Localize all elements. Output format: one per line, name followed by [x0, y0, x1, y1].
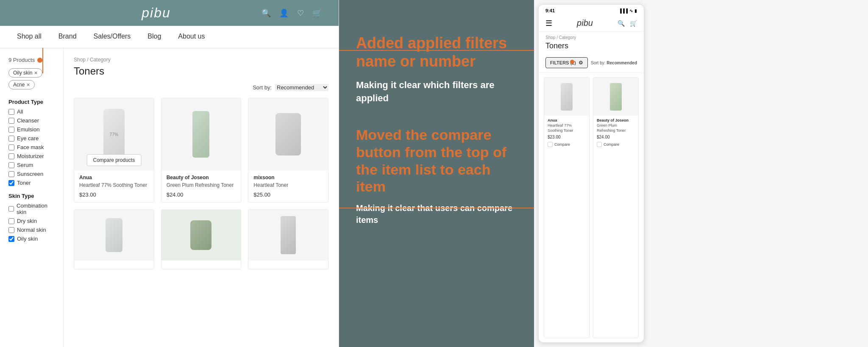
product-count-label: 9 Products [8, 57, 35, 63]
mobile-filter-icon: ⚙ [579, 60, 583, 66]
product-name-1: Heartleaf 77% Soothing Toner [79, 182, 149, 189]
product-bottle-1 [103, 109, 125, 160]
product-info-4 [74, 261, 154, 269]
mobile-bottle-1 [561, 83, 573, 111]
filter-face-mask[interactable]: Face mask [8, 144, 55, 150]
user-icon[interactable]: 👤 [279, 8, 289, 18]
mobile-wifi-icon: ∿ [629, 8, 633, 13]
product-card-4 [74, 209, 154, 269]
nav-sales-offers[interactable]: Sales/Offers [94, 26, 131, 48]
mobile-product-grid: Anua Heartleaf 77% Soothing Toner $23.00… [539, 73, 644, 342]
mobile-menu-icon[interactable]: ☰ [545, 19, 552, 28]
product-info-2: Beauty of Joseon Green Plum Refreshing T… [161, 170, 241, 202]
mobile-product-card-1: Anua Heartleaf 77% Soothing Toner $23.00… [544, 77, 590, 338]
mobile-product-name-2: Green Plum Refreshing Toner [597, 123, 635, 133]
filter-toner-checkbox[interactable] [8, 180, 14, 186]
mobile-product-brand-1: Anua [548, 118, 586, 122]
filter-serum-checkbox[interactable] [8, 162, 14, 168]
heart-icon[interactable]: ♡ [297, 8, 304, 18]
mobile-product-info-2: Beauty of Joseon Green Plum Refreshing T… [593, 116, 638, 150]
product-brand-3: mixsoon [253, 175, 323, 180]
remove-oily-skin-icon[interactable]: ✕ [34, 70, 38, 76]
nav-shop-all[interactable]: Shop all [17, 26, 42, 48]
filter-moisturizer-checkbox[interactable] [8, 153, 14, 159]
filter-sunscreen-checkbox[interactable] [8, 171, 14, 177]
mobile-battery-icon: ▮ [634, 8, 637, 13]
search-icon[interactable]: 🔍 [262, 8, 271, 18]
filter-oily-skin-checkbox[interactable] [8, 236, 14, 242]
mobile-compare-checkbox-1[interactable] [548, 142, 553, 147]
filter-normal-skin-checkbox[interactable] [8, 227, 14, 233]
filter-sunscreen[interactable]: Sunscreen [8, 171, 55, 177]
annotation-content: Added applied filters name or number Mak… [356, 34, 517, 226]
mobile-compare-checkbox-2[interactable] [597, 142, 602, 147]
product-type-section-title: Product Type [8, 99, 55, 105]
product-info-1: Anua Heartleaf 77% Soothing Toner $23.00 [74, 170, 154, 202]
skin-type-section-title: Skin Type [8, 193, 55, 199]
nav-about-us[interactable]: About us [178, 26, 205, 48]
filter-moisturizer[interactable]: Moisturizer [8, 153, 55, 159]
product-card-1: Compare products Anua Heartleaf 77% Soot… [74, 98, 154, 203]
mobile-filter-button[interactable]: FILTERS (2) ⚙ [545, 57, 588, 68]
filter-toner[interactable]: Toner [8, 180, 55, 186]
product-image-1: Compare products [74, 98, 154, 170]
filter-emulsion-checkbox[interactable] [8, 127, 14, 133]
product-card-6 [248, 209, 328, 269]
product-price-1: $23.00 [79, 192, 149, 198]
filter-all[interactable]: All [8, 108, 55, 115]
nav-annotation-line-vertical [42, 48, 43, 73]
product-card-5 [161, 209, 242, 269]
filter-combination-skin[interactable]: Combination skin [8, 203, 55, 215]
page-title: Toners [74, 65, 328, 77]
content-area: 9 Products Oily skin ✕ Acne ✕ Product Ty… [0, 48, 339, 347]
filter-dry-skin-checkbox[interactable] [8, 218, 14, 224]
mobile-filter-row: FILTERS (2) ⚙ Sort by: Recommended [539, 55, 644, 73]
main-product-area: Shop / Category Toners Sort by: Recommen… [64, 48, 339, 347]
filter-combination-skin-checkbox[interactable] [8, 206, 14, 212]
annotation-title-2: Moved the compare button from the top of… [356, 126, 517, 195]
filter-cleanser[interactable]: Cleanser [8, 117, 55, 124]
product-image-3 [248, 98, 328, 170]
mobile-search-icon[interactable]: 🔍 [618, 20, 625, 27]
filter-all-checkbox[interactable] [8, 109, 14, 115]
mobile-status-bar: 9:41 ▐▐▐ ∿ ▮ [539, 5, 644, 15]
annotation-title-1: Added applied filters name or number [356, 34, 517, 70]
product-bottle-4 [106, 218, 122, 252]
sort-select[interactable]: Recommended Price: Low to High Price: Hi… [275, 84, 328, 91]
product-grid: Compare products Anua Heartleaf 77% Soot… [74, 98, 328, 269]
mobile-filter-btn-container: FILTERS (2) ⚙ [545, 57, 588, 68]
cart-icon[interactable]: 🛒 [312, 8, 322, 18]
compare-products-button-1[interactable]: Compare products [86, 154, 141, 166]
filter-tag-oily-skin[interactable]: Oily skin ✕ [8, 68, 42, 78]
mobile-compare-row-2: Compare [597, 142, 635, 147]
filter-serum[interactable]: Serum [8, 162, 55, 168]
annotation-panel: Added applied filters name or number Mak… [339, 0, 534, 347]
remove-acne-icon[interactable]: ✕ [26, 82, 30, 88]
filter-tag-acne[interactable]: Acne ✕ [8, 80, 35, 89]
filter-oily-skin[interactable]: Oily skin [8, 236, 55, 242]
sort-label: Sort by: [253, 84, 272, 91]
filter-eye-care-checkbox[interactable] [8, 136, 14, 142]
filter-emulsion[interactable]: Emulsion [8, 126, 55, 133]
mobile-product-price-2: $24.00 [597, 135, 635, 139]
annotation-line-bottom [339, 208, 534, 208]
nav-blog[interactable]: Blog [147, 26, 161, 48]
nav-brand[interactable]: Brand [58, 26, 77, 48]
mobile-cart-icon[interactable]: 🛒 [630, 20, 637, 27]
annotation-dot-filters [37, 58, 42, 63]
product-bottle-2 [192, 111, 209, 158]
mobile-status-icons: ▐▐▐ ∿ ▮ [619, 8, 637, 13]
filter-face-mask-checkbox[interactable] [8, 144, 14, 150]
filter-dry-skin[interactable]: Dry skin [8, 218, 55, 224]
product-bottle-6 [281, 216, 296, 254]
filter-normal-skin[interactable]: Normal skin [8, 227, 55, 233]
mobile-sort-value: Recommended [606, 61, 637, 65]
product-brand-2: Beauty of Joseon [167, 175, 236, 180]
mobile-filter-dot-annotation [570, 60, 574, 64]
breadcrumb: Shop / Category [74, 57, 328, 63]
mobile-product-card-2: Beauty of Joseon Green Plum Refreshing T… [593, 77, 639, 338]
filter-cleanser-checkbox[interactable] [8, 118, 14, 124]
mobile-panel: 9:41 ▐▐▐ ∿ ▮ ☰ pibu 🔍 🛒 Shop / Category … [538, 4, 644, 343]
filter-eye-care[interactable]: Eye care [8, 135, 55, 142]
header-icons-group: 🔍 👤 ♡ 🛒 [262, 8, 322, 18]
